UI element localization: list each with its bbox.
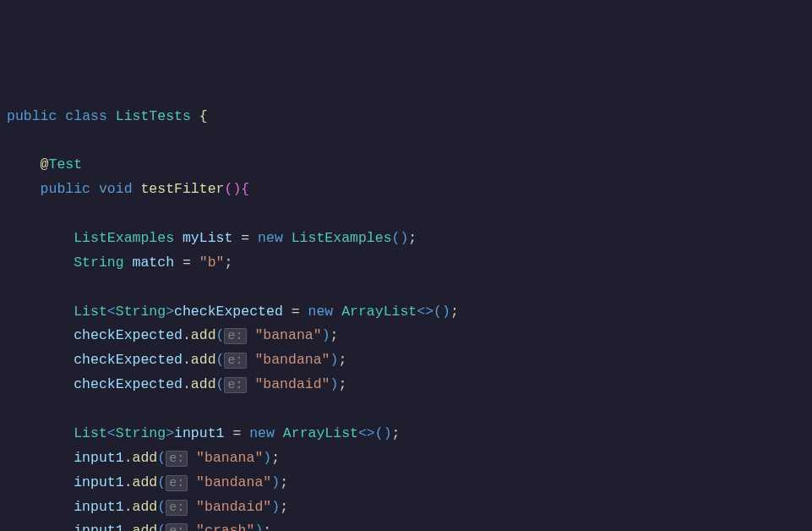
open-brace: { [241, 181, 249, 197]
paren: ) [271, 474, 280, 490]
variable: checkExpected [174, 304, 283, 320]
method-call: add [133, 499, 158, 515]
variable: input1 [74, 450, 123, 466]
variable: match [133, 255, 175, 271]
dot: . [124, 499, 133, 515]
paren: ( [157, 523, 166, 531]
string-literal: "banana" [254, 327, 321, 343]
method-name: testFilter [140, 181, 224, 197]
code-editor[interactable]: public class ListTests { @Test public vo… [7, 105, 812, 532]
type: ListExamples [292, 230, 392, 246]
dot: . [183, 327, 191, 343]
variable: myList [183, 230, 232, 246]
method-call: add [133, 450, 158, 466]
keyword-new: new [308, 304, 334, 320]
open-brace: { [199, 108, 208, 124]
parameter-hint: e: [224, 377, 246, 393]
variable: checkExpected [74, 376, 183, 392]
variable: checkExpected [74, 352, 183, 368]
paren: ( [157, 450, 166, 466]
paren: ) [322, 327, 330, 343]
variable: input1 [174, 425, 224, 441]
parameter-hint: e: [166, 451, 188, 467]
semicolon: ; [338, 376, 346, 392]
method-call: add [191, 376, 216, 392]
operator: = [224, 425, 249, 441]
paren: ) [232, 181, 241, 197]
operator: = [232, 230, 258, 246]
operator: = [174, 255, 199, 271]
paren: ( [216, 376, 225, 392]
paren: ( [157, 499, 166, 515]
paren: ) [271, 499, 280, 515]
string-literal: "bandaid" [254, 376, 330, 392]
type: ArrayList [341, 304, 417, 320]
method-call: add [191, 327, 216, 343]
dot: . [124, 474, 133, 490]
paren: ) [442, 304, 450, 320]
parameter-hint: e: [166, 500, 188, 516]
type: ListExamples [74, 230, 174, 246]
paren: ( [392, 230, 401, 246]
angle-bracket: < [107, 425, 116, 441]
semicolon: ; [450, 304, 459, 320]
keyword-new: new [258, 230, 283, 246]
parameter-hint: e: [166, 475, 188, 491]
semicolon: ; [263, 523, 271, 531]
angle-bracket: > [425, 304, 433, 320]
parameter-hint: e: [224, 328, 246, 344]
paren: ) [400, 230, 408, 246]
variable: input1 [74, 499, 123, 515]
paren: ( [216, 352, 225, 368]
paren: ( [375, 425, 384, 441]
variable: input1 [74, 474, 123, 490]
angle-bracket: < [107, 304, 116, 320]
paren: ( [224, 181, 232, 197]
type: List [74, 425, 107, 441]
class-name: ListTests [116, 108, 191, 124]
annotation-at: @ [41, 156, 49, 172]
semicolon: ; [338, 352, 346, 368]
string-literal: "b" [199, 255, 225, 271]
semicolon: ; [280, 474, 288, 490]
string-literal: "crash" [196, 523, 254, 531]
semicolon: ; [392, 425, 401, 441]
angle-bracket: < [358, 425, 367, 441]
string-literal: "bandana" [254, 352, 330, 368]
keyword-public: public [7, 108, 57, 124]
annotation-test: Test [49, 156, 83, 172]
angle-bracket: < [417, 304, 425, 320]
angle-bracket: > [166, 425, 174, 441]
parameter-hint: e: [166, 523, 188, 531]
paren: ) [384, 425, 392, 441]
parameter-hint: e: [224, 353, 246, 369]
string-literal: "bandana" [196, 474, 271, 490]
paren: ) [330, 376, 339, 392]
keyword-public: public [41, 181, 90, 197]
variable: input1 [74, 523, 123, 531]
string-literal: "banana" [196, 450, 263, 466]
type: ArrayList [283, 425, 358, 441]
paren: ) [263, 450, 271, 466]
semicolon: ; [408, 230, 417, 246]
type: List [74, 304, 107, 320]
semicolon: ; [280, 499, 288, 515]
keyword-void: void [99, 181, 133, 197]
angle-bracket: > [367, 425, 375, 441]
paren: ( [216, 327, 225, 343]
semicolon: ; [225, 255, 233, 271]
semicolon: ; [330, 327, 339, 343]
variable: checkExpected [74, 327, 183, 343]
semicolon: ; [271, 450, 280, 466]
type: String [74, 255, 123, 271]
operator: = [283, 304, 308, 320]
type: String [116, 304, 166, 320]
dot: . [124, 523, 133, 531]
keyword-class: class [65, 108, 107, 124]
method-call: add [133, 523, 158, 531]
type: String [116, 425, 166, 441]
string-literal: "bandaid" [196, 499, 271, 515]
paren: ( [157, 474, 166, 490]
method-call: add [191, 352, 216, 368]
dot: . [183, 376, 191, 392]
